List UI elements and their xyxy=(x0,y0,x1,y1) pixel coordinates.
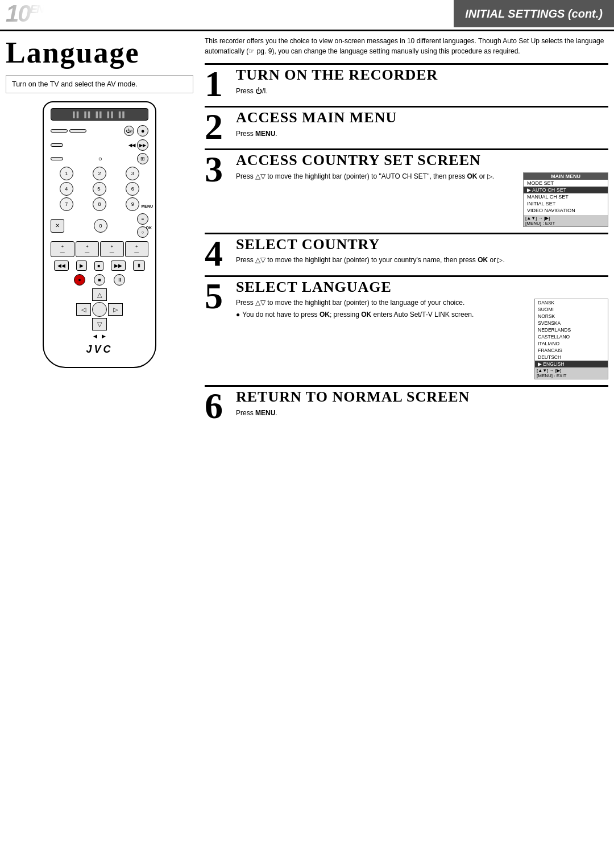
remote-power-btn[interactable]: ⏻/I xyxy=(124,126,134,136)
step-4-number: 4 xyxy=(205,234,236,272)
lang-dansk: DANSK xyxy=(535,299,608,306)
remote-num-7[interactable]: 7 xyxy=(60,197,73,211)
remote-menu-right[interactable]: ≡ xyxy=(137,213,148,225)
menu-label: MENU xyxy=(141,204,153,208)
step-6-title: RETURN TO NORMAL SCREEN xyxy=(236,389,608,406)
step-3-number: 3 xyxy=(205,150,236,229)
lang-suomi: SUOMI xyxy=(535,306,608,313)
page-number: 10EN xyxy=(0,0,44,27)
remote-vol3[interactable]: +— xyxy=(100,241,124,257)
step-2-number: 2 xyxy=(205,108,236,145)
lang-footer: [▲▼] → [▶][MENU] : EXIT xyxy=(535,367,608,379)
remote-num-0[interactable]: 0 xyxy=(94,219,107,233)
step-6-number: 6 xyxy=(205,387,236,424)
remote-num-3[interactable]: 3 xyxy=(126,167,139,180)
remote-row1: ◀◀ ▶▶ xyxy=(51,139,148,151)
remote-pause2-btn[interactable]: ⏸ xyxy=(114,274,125,286)
remote-row2: ⊙ ⊞ xyxy=(51,153,148,164)
remote-btn-small2[interactable] xyxy=(69,129,86,133)
remote-control: ▐▌▐▌▐▌▐▌▐▌ ⏻/I ⏺ xyxy=(43,101,156,368)
step-1-title: TURN ON THE RECORDER xyxy=(236,67,608,84)
lang-italiano: ITALIANO xyxy=(535,340,608,347)
remote-dpad-up[interactable]: △ xyxy=(92,288,107,301)
step-2-title: ACCESS MAIN MENU xyxy=(236,110,608,126)
remote-rec-btn[interactable]: ⏺ xyxy=(137,125,148,137)
remote-num-8[interactable]: 8 xyxy=(93,197,106,211)
screen-item-videonav: VIDEO NAVIGATION xyxy=(524,207,608,214)
step-3-desc: Press △▽ to move the highlight bar (poin… xyxy=(236,171,517,181)
remote-num-4[interactable]: 4 xyxy=(60,182,73,196)
remote-rec-dot[interactable]: ● xyxy=(74,274,85,286)
right-column: This recorder offers you the choice to v… xyxy=(199,36,608,428)
remote-dpad-center[interactable] xyxy=(92,302,107,317)
remote-num-1[interactable]: 1 xyxy=(60,167,73,180)
remote-transport: ◀◀ ▶ ■ ▶▶ ⏸ xyxy=(51,261,148,271)
lang-svenska: SVENSKA xyxy=(535,320,608,326)
page-header: 10EN INITIAL SETTINGS (cont.) xyxy=(0,0,614,31)
step-6-content: RETURN TO NORMAL SCREEN Press MENU. xyxy=(236,387,608,424)
step-5-number: 5 xyxy=(205,277,236,382)
step-5-bullet: ● You do not have to press OK; pressing … xyxy=(236,310,529,320)
remote-btn-b[interactable] xyxy=(51,157,63,160)
remote-vol4[interactable]: +— xyxy=(125,241,149,257)
step-6: 6 RETURN TO NORMAL SCREEN Press MENU. xyxy=(205,385,608,424)
remote-num-2[interactable]: 2 xyxy=(93,167,106,180)
step-1-number: 1 xyxy=(205,65,236,102)
remote-dpad: △ ◁ ▷ ▽ ◀ ▶ xyxy=(51,288,148,339)
remote-numpad: 1 2 3 4 5· 6 7 8 9 xyxy=(51,167,148,211)
remote-num-6[interactable]: 6 xyxy=(126,182,139,196)
remote-btn-c[interactable]: ⊞ xyxy=(137,153,148,164)
lang-nederlands: NEDERLANDS xyxy=(535,326,608,333)
remote-prev-btn[interactable]: ◀◀ xyxy=(54,261,69,271)
remote-container: ▐▌▐▌▐▌▐▌▐▌ ⏻/I ⏺ xyxy=(6,101,193,368)
remote-next-btn[interactable]: ▶▶ xyxy=(111,261,126,271)
language-mockup: DANSK SUOMI NORSK SVENSKA NEDERLANDS CAS… xyxy=(534,299,608,379)
remote-dpad-right[interactable]: ▷ xyxy=(108,303,123,316)
remote-play-btn[interactable]: ▶ xyxy=(76,261,87,271)
remote-dpad-left[interactable]: ◁ xyxy=(76,303,91,316)
remote-pause-btn[interactable]: ⏸ xyxy=(133,261,145,271)
remote-num-5[interactable]: 5· xyxy=(93,182,106,196)
instruction-box: Turn on the TV and select the AV mode. xyxy=(6,75,193,93)
step-3-title: ACCESS COUNTRY SET SCREEN xyxy=(236,152,608,169)
remote-vol-area: +— +— +— +— xyxy=(51,241,148,257)
remote-fwd-btn[interactable]: ▶▶ xyxy=(137,139,148,151)
remote-vol1[interactable]: +— xyxy=(51,241,74,257)
step-5-content: SELECT LANGUAGE Press △▽ to move the hig… xyxy=(236,277,608,382)
screen-item-manualchset: MANUAL CH SET xyxy=(524,193,608,200)
main-content: Language Turn on the TV and select the A… xyxy=(0,36,614,428)
remote-btn-small1[interactable] xyxy=(51,129,68,133)
lang-francais: FRANCAIS xyxy=(535,347,608,354)
lang-english: ▶ ENGLISH xyxy=(535,361,608,367)
step-1: 1 TURN ON THE RECORDER Press ⏻/I. xyxy=(205,63,608,102)
lang-norsk: NORSK xyxy=(535,313,608,320)
remote-x-btn[interactable]: ✕ xyxy=(51,219,64,233)
page-title: Language xyxy=(6,36,193,69)
screen-item-modeset: MODE SET xyxy=(524,180,608,187)
lang-castellano: CASTELLANO xyxy=(535,333,608,340)
step-5-title: SELECT LANGUAGE xyxy=(236,279,608,296)
step-5-desc: Press △▽ to move the highlight bar (poin… xyxy=(236,297,529,308)
step-2: 2 ACCESS MAIN MENU Press MENU. xyxy=(205,106,608,145)
step-2-content: ACCESS MAIN MENU Press MENU. xyxy=(236,108,608,145)
remote-vol2[interactable]: +— xyxy=(76,241,99,257)
step-6-desc: Press MENU. xyxy=(236,408,608,418)
step-3: 3 ACCESS COUNTRY SET SCREEN Press △▽ to … xyxy=(205,148,608,229)
step-4-title: SELECT COUNTRY xyxy=(236,237,608,253)
step-4-desc: Press △▽ to move the highlight bar (poin… xyxy=(236,255,608,265)
ok-label: OK xyxy=(146,226,152,230)
step-4-content: SELECT COUNTRY Press △▽ to move the high… xyxy=(236,234,608,272)
screen-item-initialset: INITIAL SET xyxy=(524,200,608,207)
remote-num-9[interactable]: 9 xyxy=(126,197,139,211)
remote-dpad-down[interactable]: ▽ xyxy=(92,318,107,330)
remote-logo: JVC xyxy=(51,344,148,356)
remote-stop2-btn[interactable]: ■ xyxy=(94,274,105,286)
remote-btn-a[interactable] xyxy=(51,143,63,147)
step-2-desc: Press MENU. xyxy=(236,129,608,139)
remote-stop-btn[interactable]: ■ xyxy=(94,261,104,271)
intro-text: This recorder offers you the choice to v… xyxy=(205,36,608,56)
remote-top-row: ⏻/I ⏺ xyxy=(51,125,148,137)
screen-mockup-3: MAIN MENU MODE SET ▶ AUTO CH SET MANUAL … xyxy=(523,172,608,227)
header-title: INITIAL SETTINGS (cont.) xyxy=(454,0,614,27)
screen-item-autochset: ▶ AUTO CH SET xyxy=(524,187,608,193)
